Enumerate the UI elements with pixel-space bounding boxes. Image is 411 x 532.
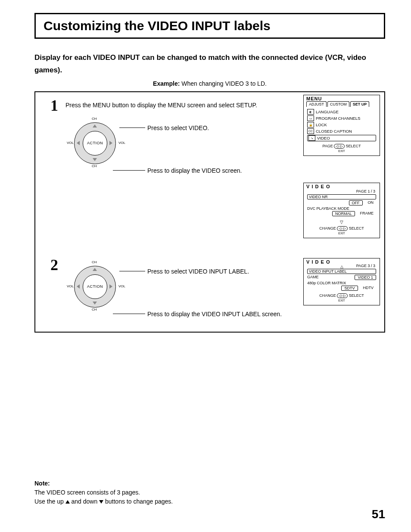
osd-nav-hint: CHANGE ◁○▷ SELECT EXIT [304,292,380,305]
osd-row-language: ◐LANGUAGE [307,109,376,115]
osd-opt-frame: FRAME [358,211,377,216]
osd-opt-video1: VIDEO 1 [355,275,376,280]
pad-action-button: ACTION [83,131,107,156]
osd-opts: NORMAL FRAME [307,211,376,216]
exit-label: EXIT [338,299,345,302]
pad-vol-right: VOL [118,284,125,288]
osd-row-closed-caption: CCCLOSED CAPTION [307,128,376,134]
step-2-text-1: Press to select VIDEO INPUT LABEL. [147,268,249,275]
osd-page-indicator: PAGE 1 / 3 [304,189,380,193]
example-line: Example: When changing VIDEO 3 to LD. [34,80,385,87]
arrow-up-icon [93,124,97,128]
osd-menu-tabs: ADJUST CUSTOM SET UP [304,101,380,108]
step-1-text-2: Press to select VIDEO. [147,124,209,131]
page-title: Customizing the VIDEO INPUT labels [44,19,376,33]
video-icon: ↘ [308,135,315,141]
exit-label: EXIT [338,232,345,235]
osd-tab-setup: SET UP [350,101,370,107]
triangle-up-icon [65,500,70,504]
intro-text: Display for each VIDEO INPUT can be chan… [34,52,385,77]
osd-opts: SDTV HDTV [307,286,376,291]
osd-row-program-channels: ▭PROGRAM CHANNELS [307,115,376,121]
osd-tab-adjust: ADJUST [306,101,327,107]
arrow-down-icon [93,158,97,161]
title-box: Customizing the VIDEO INPUT labels [34,13,385,39]
action-pad-diagram-1: ACTION CH CH VOL VOL [59,112,130,172]
language-icon: ◐ [307,109,314,115]
arrow-down-icon [93,302,97,305]
note-heading: Note: [34,480,50,487]
osd-opt-sdtv: SDTV [341,286,358,291]
nav-widget-icon: ◁○▷ [334,144,345,149]
step-1-text-3: Press to display the VIDEO screen. [147,167,242,174]
leader-line [113,170,145,171]
down-arrow-icon: ▽ [304,217,380,224]
arrow-right-icon [109,141,112,145]
osd-row-game: GAME VIDEO 1 [307,275,376,280]
osd-nav-hint: CHANGE ◁○▷ SELECT EXIT [304,224,380,238]
step-2-number: 2 [50,256,58,274]
osd-video-title: V I D E O [304,183,380,189]
step-1-text-1: Press the MENU button to display the MEN… [65,102,257,109]
pad-vol-left: VOL [67,141,74,145]
osd-opt-on: ON [365,200,377,205]
osd-opt-hdtv: HDTV [361,286,377,291]
osd-opt-off: OFF [349,200,363,205]
osd-row-dvc: DVC PLAYBACK MODE [307,206,376,211]
step-1-number: 1 [50,96,58,115]
osd-menu-screen: MENU ADJUST CUSTOM SET UP ◐LANGUAGE ▭PRO… [303,95,380,156]
lock-icon: 🔒 [307,122,314,128]
exit-label: EXIT [338,149,345,152]
manual-page: Customizing the VIDEO INPUT labels Displ… [0,0,411,532]
leader-line [119,271,145,271]
note-line-2c: buttons to change pages. [105,498,173,505]
example-label: Example: [153,80,180,87]
steps-box: 1 Press the MENU button to display the M… [34,91,385,333]
step-2-text-2: Press to display the VIDEO INPUT LABEL s… [147,311,282,317]
pad-action-button: ACTION [83,274,107,299]
pad-ch-top: CH [92,117,97,121]
osd-row-video: ↘VIDEO [307,135,376,141]
note-line-2b: and down [72,498,100,505]
osd-video-page1: V I D E O PAGE 1 / 3 VIDEO NR OFF ON DVC… [303,183,380,238]
arrow-left-icon [77,284,80,289]
osd-nav-hint: PAGE ◁○▷ SELECT EXIT [304,142,380,156]
osd-tab-custom: CUSTOM [327,101,349,107]
leader-line [119,128,145,128]
note-line-2a: Use the up [34,498,65,505]
osd-opt-normal: NORMAL [332,211,355,216]
triangle-down-icon [99,500,103,504]
pad-ch-bottom: CH [92,164,97,168]
arrow-right-icon [109,284,112,289]
arrow-up-icon [93,268,97,271]
pad-ch-top: CH [92,260,97,264]
channels-icon: ▭ [307,115,314,121]
nav-widget-icon: ◁○▷ [337,226,348,231]
action-pad-diagram-2: ACTION CH CH VOL VOL [59,255,130,315]
pad-vol-left: VOL [67,284,74,288]
cc-icon: CC [307,128,314,134]
page-number: 51 [372,507,385,521]
pad-vol-right: VOL [118,141,125,145]
osd-menu-title: MENU [304,95,380,101]
osd-row-video-nr: VIDEO NR [307,194,376,199]
osd-row-lock: 🔒LOCK [307,122,376,128]
pad-ch-bottom: CH [92,308,97,311]
nav-widget-icon: ◁○▷ [337,293,348,298]
osd-opts: OFF ON [307,200,376,205]
note-line-1: The VIDEO screen consists of 3 pages. [34,489,140,496]
leader-line [113,314,145,314]
osd-row-480p: 480p COLOR MATRIX [307,281,376,285]
note-block: Note: The VIDEO screen consists of 3 pag… [34,479,173,506]
osd-video-page3: V I D E O △ PAGE 3 / 3 VIDEO INPUT LABEL… [303,258,380,305]
osd-row-video-input-label: VIDEO INPUT LABEL [307,269,376,274]
arrow-left-icon [77,141,80,145]
example-text: When changing VIDEO 3 to LD. [181,80,267,87]
